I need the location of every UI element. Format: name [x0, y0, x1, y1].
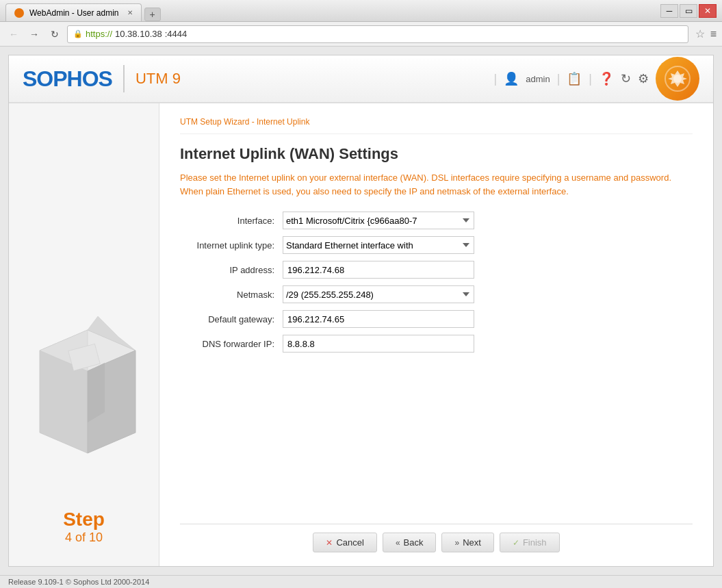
- address-https: https://: [86, 29, 112, 39]
- back-button[interactable]: « Back: [383, 533, 437, 552]
- close-button[interactable]: ✕: [699, 4, 717, 18]
- page-content: SOPHOS UTM 9 | 👤 admin | 📋 | ❓ ↻ ⚙: [0, 47, 722, 575]
- next-button[interactable]: » Next: [441, 533, 493, 552]
- gateway-row: Default gateway:: [180, 310, 693, 328]
- svg-point-1: [673, 75, 682, 83]
- sophos-logo: SOPHOS: [23, 66, 112, 92]
- address-bar[interactable]: 🔒 https:// 10.38.10.38 :4444: [67, 25, 688, 43]
- header-pipe3: |: [589, 72, 592, 86]
- sophos-header: SOPHOS UTM 9 | 👤 admin | 📋 | ❓ ↻ ⚙: [9, 55, 713, 103]
- netmask-select[interactable]: /29 (255.255.255.248): [283, 285, 474, 303]
- interface-label: Interface:: [180, 216, 283, 226]
- minimize-button[interactable]: ─: [660, 4, 678, 18]
- sophos-panel: SOPHOS UTM 9 | 👤 admin | 📋 | ❓ ↻ ⚙: [8, 55, 714, 567]
- step-label: Step 4 of 10: [63, 508, 105, 546]
- wizard-title: Internet Uplink (WAN) Settings: [180, 145, 693, 163]
- finish-icon: ✓: [513, 538, 519, 548]
- finish-label: Finish: [523, 537, 547, 548]
- status-bar: Release 9.109-1 © Sophos Ltd 2000-2014: [0, 575, 722, 588]
- address-port: :4444: [165, 29, 188, 39]
- settings-icon[interactable]: ⚙: [638, 71, 649, 86]
- browser-window: WebAdmin - User admin ✕ + ─ ▭ ✕ ← → ↻ 🔒 …: [0, 0, 722, 588]
- address-host: 10.38.10.38: [115, 29, 162, 39]
- back-label: Back: [404, 537, 424, 548]
- menu-button[interactable]: ≡: [710, 28, 717, 40]
- interface-control: eth1 Microsoft/Citrix {c966aa80-7: [283, 212, 474, 229]
- wizard-description: Please set the Internet uplink on your e…: [180, 171, 693, 198]
- help-icon[interactable]: ❓: [599, 71, 614, 86]
- tab-favicon: [14, 8, 24, 18]
- bookmark-button[interactable]: ☆: [695, 27, 705, 40]
- wizard-area: Step 4 of 10 UTM Setup Wizard - Internet…: [9, 103, 713, 566]
- dns-row: DNS forwarder IP:: [180, 335, 693, 353]
- active-tab[interactable]: WebAdmin - User admin ✕: [5, 3, 142, 21]
- dns-input[interactable]: [283, 335, 474, 353]
- status-text: Release 9.109-1 © Sophos Ltd 2000-2014: [8, 578, 149, 586]
- admin-label: admin: [526, 74, 550, 84]
- box-svg: [29, 289, 146, 487]
- utm-product-title: UTM 9: [136, 70, 181, 88]
- interface-row: Interface: eth1 Microsoft/Citrix {c966aa…: [180, 212, 693, 229]
- interface-select[interactable]: eth1 Microsoft/Citrix {c966aa80-7: [283, 212, 474, 229]
- back-button[interactable]: ←: [5, 26, 22, 42]
- breadcrumb: UTM Setup Wizard - Internet Uplink: [180, 117, 693, 134]
- cancel-icon: ✕: [326, 538, 333, 548]
- refresh-icon[interactable]: ↻: [621, 71, 631, 86]
- gateway-control: [283, 310, 474, 328]
- user-icon: 👤: [504, 71, 519, 86]
- clipboard-icon[interactable]: 📋: [567, 71, 582, 86]
- netmask-row: Netmask: /29 (255.255.255.248): [180, 285, 693, 303]
- next-label: Next: [463, 537, 481, 548]
- wizard-illustration: [29, 289, 139, 494]
- tab-close-button[interactable]: ✕: [127, 9, 133, 16]
- dns-label: DNS forwarder IP:: [180, 339, 283, 349]
- security-icon: 🔒: [73, 29, 83, 38]
- uplink-type-select[interactable]: Standard Ethernet interface with: [283, 236, 474, 254]
- ip-address-label: IP address:: [180, 265, 283, 275]
- forward-button[interactable]: →: [26, 26, 42, 42]
- next-icon: »: [454, 538, 459, 548]
- svg-marker-7: [88, 363, 105, 422]
- uplink-type-row: Internet uplink type: Standard Ethernet …: [180, 236, 693, 254]
- uplink-type-label: Internet uplink type:: [180, 240, 283, 251]
- header-pipe2: |: [557, 72, 560, 86]
- ip-address-row: IP address:: [180, 261, 693, 279]
- wizard-footer: ✕ Cancel « Back » Next ✓: [180, 524, 693, 552]
- header-divider: [123, 65, 125, 92]
- wizard-sidebar: Step 4 of 10: [9, 103, 159, 566]
- header-right: | 👤 admin | 📋 | ❓ ↻ ⚙: [494, 57, 699, 101]
- title-bar: WebAdmin - User admin ✕ + ─ ▭ ✕: [0, 0, 722, 22]
- step-sub-label: 4 of 10: [63, 531, 105, 546]
- back-icon: «: [396, 538, 400, 548]
- ip-address-input[interactable]: [283, 261, 474, 279]
- maximize-button[interactable]: ▭: [680, 4, 697, 18]
- logo-area: SOPHOS UTM 9: [23, 65, 181, 92]
- new-tab-button[interactable]: +: [144, 8, 161, 21]
- netmask-label: Netmask:: [180, 290, 283, 300]
- tab-bar: WebAdmin - User admin ✕ +: [5, 0, 656, 21]
- header-pipe: |: [494, 72, 498, 86]
- nav-bar: ← → ↻ 🔒 https:// 10.38.10.38 :4444 ☆ ≡: [0, 22, 722, 47]
- cancel-button[interactable]: ✕ Cancel: [313, 533, 376, 552]
- refresh-button[interactable]: ↻: [47, 26, 63, 42]
- dns-control: [283, 335, 474, 353]
- gateway-label: Default gateway:: [180, 314, 283, 324]
- uplink-type-control: Standard Ethernet interface with: [283, 236, 474, 254]
- window-controls: ─ ▭ ✕: [660, 4, 717, 18]
- form-area: Interface: eth1 Microsoft/Citrix {c966aa…: [180, 212, 693, 524]
- tab-title: WebAdmin - User admin: [29, 8, 119, 18]
- finish-button[interactable]: ✓ Finish: [500, 533, 560, 552]
- netmask-control: /29 (255.255.255.248): [283, 285, 474, 303]
- sophos-brand-icon: [656, 57, 699, 101]
- gateway-input[interactable]: [283, 310, 474, 328]
- ip-address-control: [283, 261, 474, 279]
- wizard-main: UTM Setup Wizard - Internet Uplink Inter…: [159, 103, 713, 566]
- cancel-label: Cancel: [336, 537, 363, 548]
